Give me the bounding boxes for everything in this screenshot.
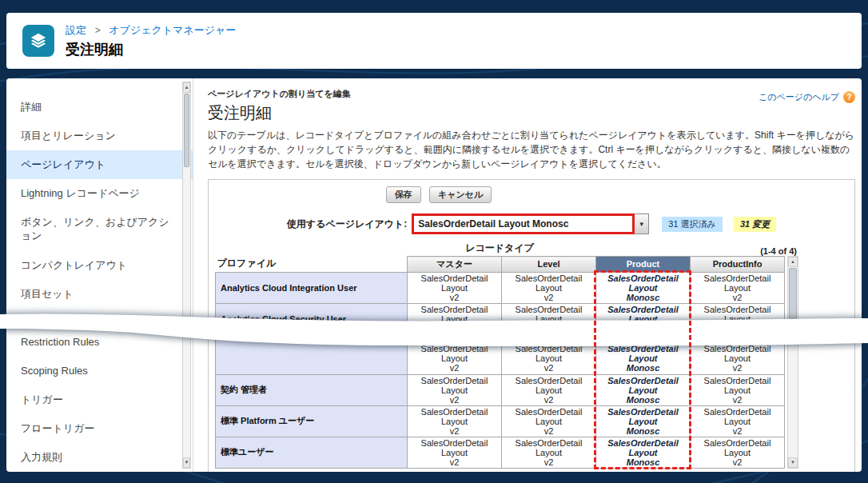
sidebar-item-9[interactable]: Scoping Rules — [6, 357, 193, 385]
changed-count-badge: 31 変更 — [734, 217, 776, 232]
sidebar-item-1[interactable]: 詳細 — [6, 93, 193, 122]
layout-picker-label: 使用するページレイアウト: — [287, 218, 408, 231]
profile-cell: 標準 Platform ユーザー — [216, 405, 408, 437]
sidebar-item-3[interactable]: ページレイアウト — [6, 150, 193, 179]
page-header-row: ページレイアウトの割り当てを編集 受注明細 このページのヘルプ ? — [208, 88, 855, 125]
torn-paper-band — [0, 308, 868, 360]
main-card: 詳細項目とリレーションページレイアウトLightning レコードページボタン、… — [6, 78, 862, 472]
help-link-label: このページのヘルプ — [759, 91, 839, 103]
selected-count-badge: 31 選択済み — [662, 217, 723, 232]
pagination-label: (1-4 of 4) — [760, 246, 797, 256]
save-button-top[interactable]: 保存 — [386, 186, 421, 203]
layout-cell[interactable]: SalesOrderDetail Layoutv2 — [691, 405, 785, 437]
table-row: 標準 Platform ユーザーSalesOrderDetail Layoutv… — [216, 405, 785, 437]
page-layout-select[interactable]: SalesOrderDetail Layout Monosc — [412, 214, 635, 234]
sidebar-item-11[interactable]: フロートリガー — [6, 414, 193, 443]
page-title: 受注明細 — [208, 102, 351, 124]
help-icon: ? — [843, 91, 855, 103]
layout-cell-selected[interactable]: SalesOrderDetail LayoutMonosc — [596, 437, 691, 468]
table-row: 契約 管理者SalesOrderDetail Layoutv2SalesOrde… — [216, 374, 785, 405]
sidebar-item-6[interactable]: コンパクトレイアウト — [6, 251, 193, 280]
record-type-column-header-3[interactable]: Product — [596, 257, 691, 273]
layout-cell[interactable]: SalesOrderDetail Layoutv2 — [408, 437, 502, 468]
record-type-column-header-2[interactable]: Level — [502, 257, 596, 273]
top-button-bar: 保存 キャンセル — [215, 180, 663, 211]
sidebar-item-10[interactable]: トリガー — [6, 385, 193, 414]
sidebar-item-2[interactable]: 項目とリレーション — [6, 122, 193, 150]
description-text: 以下のテーブルは、レコードタイプとプロファイルの組み合わせごとに割り当てられたペ… — [208, 128, 855, 171]
help-link[interactable]: このページのヘルプ ? — [759, 91, 855, 125]
layout-cell-selected[interactable]: SalesOrderDetail LayoutMonosc — [596, 405, 691, 437]
selected-layout-value: SalesOrderDetail Layout Monosc — [418, 218, 568, 230]
sidebar-scrollbar-thumb[interactable] — [184, 94, 189, 167]
page-subtitle: ページレイアウトの割り当てを編集 — [208, 88, 351, 100]
breadcrumb-setup-link[interactable]: 設定 — [66, 24, 86, 36]
layout-cell[interactable]: SalesOrderDetail Layoutv2 — [691, 437, 785, 468]
layout-cell[interactable]: SalesOrderDetail Layoutv2 — [502, 272, 596, 303]
profile-cell: 標準ユーザー — [216, 437, 408, 468]
bottom-button-bar: 保存 キャンセル — [215, 469, 663, 473]
global-header: 設定 > オブジェクトマネージャー 受注明細 — [6, 13, 862, 69]
layout-cell[interactable]: SalesOrderDetail Layoutv2 — [408, 405, 502, 437]
object-manager-icon — [22, 25, 54, 57]
table-scroll-up-arrow-icon[interactable]: ▲ — [788, 257, 798, 267]
layout-cell[interactable]: SalesOrderDetail Layoutv2 — [502, 437, 596, 468]
layout-cell[interactable]: SalesOrderDetail Layoutv2 — [408, 272, 502, 303]
layout-cell[interactable]: SalesOrderDetail Layoutv2 — [502, 405, 596, 437]
assignment-table-zone: プロファイル マスターLevelProductProductInfo Analy… — [215, 256, 848, 469]
breadcrumb: 設定 > オブジェクトマネージャー — [66, 23, 236, 38]
profile-cell: Analytics Cloud Integration User — [216, 272, 408, 303]
assignment-table: プロファイル マスターLevelProductProductInfo Analy… — [215, 256, 785, 469]
layout-cell[interactable]: SalesOrderDetail Layoutv2 — [691, 272, 785, 303]
table-row: Analytics Cloud Integration UserSalesOrd… — [216, 272, 785, 303]
layout-cell[interactable]: SalesOrderDetail Layoutv2 — [691, 374, 785, 405]
profile-cell: 契約 管理者 — [216, 374, 408, 405]
profile-column-header: プロファイル — [216, 257, 408, 273]
sidebar-nav: 詳細項目とリレーションページレイアウトLightning レコードページボタン、… — [6, 93, 193, 472]
sidebar-scrollbar[interactable]: ▲ ▼ — [182, 82, 191, 469]
page-content: ページレイアウトの割り当てを編集 受注明細 このページのヘルプ ? 以下のテーブ… — [193, 78, 862, 472]
layout-picker-row: 使用するページレイアウト: SalesOrderDetail Layout Mo… — [215, 213, 848, 235]
breadcrumb-object-manager-link[interactable]: オブジェクトマネージャー — [109, 24, 236, 36]
header-text-block: 設定 > オブジェクトマネージャー 受注明細 — [66, 23, 236, 59]
record-type-column-header-4[interactable]: ProductInfo — [691, 257, 785, 273]
sidebar-scroll-down-arrow-icon[interactable]: ▼ — [183, 457, 190, 468]
sidebar-item-5[interactable]: ボタン、リンク、およびアクション — [6, 208, 193, 251]
select-dropdown-button[interactable]: ▼ — [635, 214, 649, 234]
sidebar-item-12[interactable]: 入力規則 — [6, 443, 193, 472]
object-manager-sidebar: 詳細項目とリレーションページレイアウトLightning レコードページボタン、… — [6, 78, 193, 472]
layout-cell[interactable]: SalesOrderDetail Layoutv2 — [502, 374, 596, 405]
breadcrumb-separator: > — [95, 25, 101, 36]
table-scroll-down-arrow-icon[interactable]: ▼ — [788, 457, 798, 468]
table-scrollbar[interactable]: ▲ ▼ — [787, 256, 798, 469]
layout-cell-selected[interactable]: SalesOrderDetail LayoutMonosc — [596, 272, 691, 303]
record-type-header-row: レコードタイプ (1-4 of 4) — [215, 242, 797, 256]
cancel-button-top[interactable]: キャンセル — [429, 186, 492, 203]
chevron-down-icon: ▼ — [639, 221, 645, 228]
table-row: 標準ユーザーSalesOrderDetail Layoutv2SalesOrde… — [216, 437, 785, 468]
object-title: 受注明細 — [66, 40, 236, 59]
record-type-group-label: レコードタイプ — [215, 242, 784, 255]
layout-cell[interactable]: SalesOrderDetail Layoutv2 — [408, 374, 502, 405]
sidebar-item-7[interactable]: 項目セット — [6, 280, 193, 309]
record-type-column-header-1[interactable]: マスター — [408, 257, 502, 273]
layout-cell-selected[interactable]: SalesOrderDetail LayoutMonosc — [596, 374, 691, 405]
sidebar-scroll-up-arrow-icon[interactable]: ▲ — [183, 82, 190, 93]
sidebar-item-4[interactable]: Lightning レコードページ — [6, 179, 193, 208]
table-header-row: プロファイル マスターLevelProductProductInfo — [216, 257, 785, 273]
